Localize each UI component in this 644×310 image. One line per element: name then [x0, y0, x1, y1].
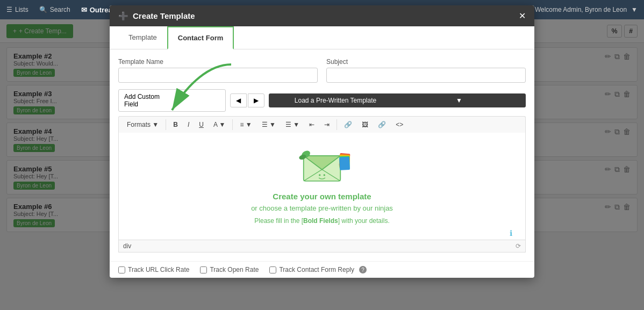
- subject-input[interactable]: [326, 68, 526, 83]
- envelope-graphic: [130, 143, 514, 186]
- indent-left-button[interactable]: ⇤: [305, 119, 318, 131]
- editor-heading: Create your own template: [130, 192, 514, 201]
- modal-title-text: Create Template: [133, 11, 195, 20]
- track-url-checkbox[interactable]: [118, 266, 125, 273]
- modal-footer: Track URL Click Rate Track Open Rate Tra…: [110, 261, 534, 278]
- modal-body: Template Contact Form Template Name Subj…: [110, 26, 534, 278]
- formats-dropdown-icon: ▼: [152, 121, 159, 128]
- track-open-label: Track Open Rate: [210, 266, 259, 273]
- tab-contact-form[interactable]: Contact Form: [167, 26, 234, 49]
- nav-next-button[interactable]: ▶: [248, 93, 264, 107]
- modal-title: ➕ Create Template: [118, 11, 195, 21]
- name-subject-row: Template Name Subject: [118, 58, 526, 83]
- subject-group: Subject: [326, 58, 526, 83]
- editor-note: Please fill in the [Bold Fields] with yo…: [254, 217, 389, 225]
- resize-handle[interactable]: ⟳: [516, 242, 521, 250]
- track-contact-checkbox-label[interactable]: Track Contact Form Reply ?: [269, 266, 367, 273]
- nav-buttons: ◀ ▶: [230, 93, 264, 107]
- template-name-group: Template Name: [118, 58, 318, 83]
- track-url-label: Track URL Click Rate: [128, 266, 189, 273]
- nav-prev-button[interactable]: ◀: [230, 93, 247, 107]
- url-button[interactable]: 🔗: [374, 119, 390, 131]
- modal-title-icon: ➕: [118, 11, 128, 21]
- template-name-input[interactable]: [118, 68, 318, 83]
- info-icon: ℹ: [510, 229, 512, 237]
- ul-list-button[interactable]: ☰ ▼: [258, 119, 280, 131]
- modal-form: Template Name Subject Add Custom Field ▼…: [110, 49, 534, 261]
- envelope-svg: [290, 143, 354, 186]
- editor-content-area[interactable]: Create your own template or choose a tem…: [118, 133, 526, 240]
- modal-header: ➕ Create Template ✕: [110, 5, 534, 26]
- link-button[interactable]: 🔗: [340, 119, 356, 131]
- font-color-button[interactable]: A ▼: [210, 119, 230, 131]
- italic-button[interactable]: I: [184, 119, 193, 131]
- track-contact-checkbox[interactable]: [269, 266, 276, 273]
- create-template-modal: ➕ Create Template ✕ Template Contact For…: [110, 5, 534, 278]
- modal-tabs: Template Contact Form: [110, 26, 534, 49]
- toolbar-separator: [166, 119, 166, 130]
- dropdown-arrow-icon: ▼: [174, 97, 220, 104]
- subject-label: Subject: [326, 58, 526, 66]
- formats-button[interactable]: Formats ▼: [123, 119, 162, 131]
- track-contact-label: Track Contact Form Reply: [279, 266, 354, 273]
- underline-button[interactable]: U: [195, 119, 207, 131]
- prewritten-template-button[interactable]: Load a Pre-Written Template ▼: [269, 93, 526, 107]
- toolbar-separator: [232, 119, 233, 130]
- svg-rect-12: [339, 157, 350, 170]
- custom-field-dropdown[interactable]: Add Custom Field ▼: [118, 89, 226, 112]
- lists-nav[interactable]: ☰ Lists: [6, 6, 28, 13]
- image-button[interactable]: 🖼: [358, 119, 372, 131]
- editor-subheading: or choose a template pre-written by our …: [130, 204, 514, 212]
- toolbar-separator: [337, 119, 337, 130]
- indent-right-button[interactable]: ⇥: [320, 119, 333, 131]
- search-icon: 🔍: [39, 6, 47, 13]
- prewritten-label: Load a Pre-Written Template: [275, 97, 396, 104]
- track-url-checkbox-label[interactable]: Track URL Click Rate: [118, 266, 189, 273]
- search-nav[interactable]: 🔍 Search: [39, 6, 70, 13]
- welcome-text: Welcome Admin, Byron de Leon: [535, 6, 627, 13]
- navbar-right: Welcome Admin, Byron de Leon ▼: [535, 6, 638, 13]
- custom-field-label: Add Custom Field: [124, 93, 170, 108]
- bold-button[interactable]: B: [169, 119, 182, 131]
- track-open-checkbox-label[interactable]: Track Open Rate: [200, 266, 259, 273]
- code-bar-text: div: [123, 242, 131, 250]
- template-name-label: Template Name: [118, 58, 318, 66]
- prewritten-dropdown-icon: ▼: [399, 97, 519, 104]
- search-label: Search: [50, 6, 70, 13]
- list-icon: ☰: [6, 6, 12, 13]
- svg-point-5: [324, 174, 325, 176]
- dropdown-icon: ▼: [631, 6, 638, 13]
- align-button[interactable]: ≡ ▼: [236, 119, 255, 131]
- modal-close-button[interactable]: ✕: [519, 11, 526, 21]
- track-open-checkbox[interactable]: [200, 266, 207, 273]
- editor-code-bar: div ⟳: [118, 240, 526, 253]
- help-icon: ?: [359, 266, 367, 273]
- lists-label: Lists: [15, 6, 28, 13]
- code-button[interactable]: <>: [392, 119, 407, 131]
- custom-field-row: Add Custom Field ▼ ◀ ▶ Load a Pre-Writte…: [118, 89, 526, 112]
- mail-icon: ✉: [81, 6, 87, 14]
- ol-list-button[interactable]: ☰ ▼: [282, 119, 303, 131]
- svg-point-4: [319, 174, 320, 176]
- editor-toolbar: Formats ▼ B I U A ▼ ≡ ▼ ☰ ▼ ☰ ▼ ⇤ ⇥ 🔗 🖼 …: [118, 116, 526, 133]
- tab-template[interactable]: Template: [118, 26, 167, 49]
